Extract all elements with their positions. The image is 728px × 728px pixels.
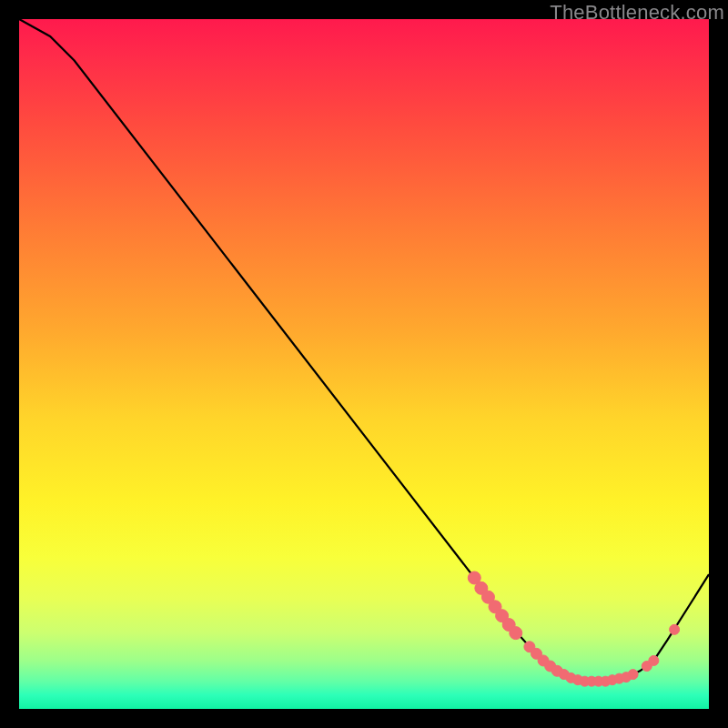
chart-stage: TheBottleneck.com — [0, 0, 728, 728]
curve-marker — [628, 670, 638, 680]
curve-marker — [670, 624, 680, 634]
bottleneck-curve — [19, 19, 709, 682]
curve-marker — [649, 655, 659, 665]
curve-marker — [510, 627, 522, 640]
curve-markers — [468, 571, 679, 686]
curve-layer — [19, 19, 709, 709]
watermark-text: TheBottleneck.com — [550, 1, 724, 25]
